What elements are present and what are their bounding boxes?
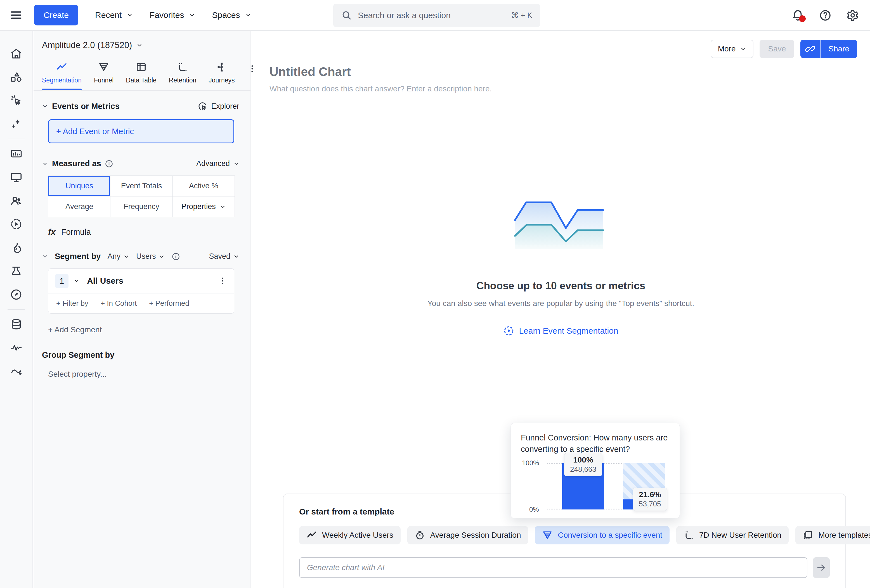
segment-index-badge[interactable]: 1 <box>55 274 69 288</box>
in-cohort-button[interactable]: + In Cohort <box>101 299 137 308</box>
chevron-down-icon <box>233 253 239 260</box>
ai-submit-arrow-button[interactable] <box>813 557 830 578</box>
session-replay-icon[interactable] <box>4 212 28 236</box>
rail-divider <box>7 309 25 310</box>
empty-state-subtext: You can also see what events are popular… <box>379 299 742 308</box>
template-conversion-to-specific-event[interactable]: Conversion to a specific event <box>535 526 670 545</box>
template-preview-tooltip: Funnel Conversion: How many users are co… <box>511 423 680 518</box>
empty-state: Choose up to 10 events or metrics You ca… <box>379 198 742 338</box>
measured-as-options: Uniques Event Totals Active % Average Fr… <box>48 176 235 217</box>
option-active-percent[interactable]: Active % <box>173 176 235 196</box>
chevron-down-icon <box>220 204 226 210</box>
info-icon[interactable] <box>171 252 180 261</box>
group-segment-property-selector[interactable]: Select property... <box>48 370 250 379</box>
template-weekly-active-users[interactable]: Weekly Active Users <box>299 526 401 545</box>
option-event-totals[interactable]: Event Totals <box>110 176 172 196</box>
segment-name[interactable]: All Users <box>87 276 123 286</box>
notifications-bell-icon[interactable] <box>791 8 805 22</box>
chevron-down-icon <box>233 161 239 167</box>
share-button[interactable]: Share <box>821 40 857 58</box>
menu-favorites[interactable]: Favorites <box>150 10 195 20</box>
left-icon-rail <box>0 31 33 588</box>
formula-button[interactable]: fx Formula <box>48 227 250 237</box>
collapse-chevron-icon[interactable] <box>42 253 48 260</box>
arrow-right-icon <box>816 562 827 573</box>
chevron-down-icon <box>123 253 130 260</box>
search-input[interactable] <box>358 10 505 20</box>
explorer-cursor-icon <box>197 101 208 112</box>
measured-as-title: Measured as <box>52 159 101 168</box>
learn-event-segmentation-link[interactable]: Learn Event Segmentation <box>503 325 618 336</box>
monitor-icon[interactable] <box>4 165 28 189</box>
stopwatch-icon <box>414 530 425 540</box>
add-segment-button[interactable]: + Add Segment <box>48 325 250 334</box>
chevron-down-icon <box>740 46 746 52</box>
filter-by-button[interactable]: + Filter by <box>56 299 88 308</box>
more-chart-types-kebab-icon[interactable] <box>247 61 257 74</box>
search-icon <box>341 10 352 21</box>
objects-shapes-icon[interactable] <box>4 65 28 89</box>
preview-chart-title: Funnel Conversion: How many users are co… <box>521 432 670 455</box>
events-click-icon[interactable] <box>4 89 28 112</box>
experiments-icon[interactable] <box>4 259 28 283</box>
chart-title[interactable]: Untitled Chart <box>270 65 870 79</box>
chart-description-placeholder[interactable]: What question does this chart answer? En… <box>270 84 870 93</box>
option-uniques[interactable]: Uniques <box>48 176 110 196</box>
link-icon <box>805 43 815 54</box>
generate-chart-ai-input[interactable] <box>299 557 807 578</box>
save-button[interactable]: Save <box>760 40 794 58</box>
home-icon[interactable] <box>4 42 28 65</box>
dashboards-icon[interactable] <box>4 142 28 165</box>
retention-icon <box>177 61 188 73</box>
explorer-button[interactable]: Explorer <box>197 101 239 112</box>
panel-divider <box>34 90 250 91</box>
entity-type-dropdown[interactable]: Users <box>136 252 165 261</box>
area-chart-illustration <box>514 198 607 249</box>
performed-button[interactable]: + Performed <box>149 299 189 308</box>
menu-spaces[interactable]: Spaces <box>212 10 251 20</box>
y-tick-0: 0% <box>529 506 539 514</box>
tab-funnel[interactable]: Funnel <box>94 61 113 90</box>
info-icon[interactable] <box>104 159 113 168</box>
chevron-down-icon[interactable] <box>73 278 80 284</box>
activity-pulse-icon[interactable] <box>4 336 28 359</box>
template-average-session-duration[interactable]: Average Session Duration <box>407 526 528 545</box>
global-search[interactable]: ⌘ + K <box>333 4 540 27</box>
collapse-chevron-icon[interactable] <box>42 103 48 109</box>
tab-data-table[interactable]: Data Table <box>126 61 156 90</box>
hamburger-menu-icon[interactable] <box>9 8 23 22</box>
data-database-icon[interactable] <box>4 313 28 336</box>
ai-sparkles-icon[interactable] <box>4 112 28 136</box>
saved-segments-dropdown[interactable]: Saved <box>209 252 239 261</box>
tab-journeys[interactable]: Journeys <box>209 61 235 90</box>
match-type-dropdown[interactable]: Any <box>107 252 130 261</box>
advanced-dropdown[interactable]: Advanced <box>196 159 239 168</box>
option-frequency[interactable]: Frequency <box>110 196 172 217</box>
segment-card: 1 All Users + Filter by + In Cohort + Pe… <box>48 268 234 314</box>
pipelines-icon[interactable] <box>4 359 28 383</box>
help-icon[interactable] <box>818 8 833 22</box>
tab-segmentation[interactable]: Segmentation <box>42 61 82 90</box>
segment-options-kebab-icon[interactable] <box>218 276 227 286</box>
settings-gear-icon[interactable] <box>845 8 860 22</box>
web-compass-icon[interactable] <box>4 283 28 306</box>
table-icon <box>136 61 147 73</box>
template-7d-new-user-retention[interactable]: 7D New User Retention <box>676 526 789 545</box>
add-event-or-metric-button[interactable]: + Add Event or Metric <box>48 119 234 143</box>
copy-link-button[interactable] <box>800 40 821 58</box>
segment-by-title: Segment by <box>55 252 101 261</box>
users-icon[interactable] <box>4 189 28 212</box>
option-average[interactable]: Average <box>48 196 110 217</box>
funnel-preview-chart: 100% 0% 100% 248,663 21.6% 53,705 <box>554 463 664 509</box>
menu-recent[interactable]: Recent <box>95 10 133 20</box>
create-button[interactable]: Create <box>34 5 78 25</box>
collapse-chevron-icon[interactable] <box>42 161 48 167</box>
more-button[interactable]: More <box>711 40 754 58</box>
formula-fx-icon: fx <box>48 227 56 237</box>
option-properties[interactable]: Properties <box>173 196 235 217</box>
template-more-templates[interactable]: More templates <box>796 526 870 545</box>
heatmap-icon[interactable] <box>4 236 28 259</box>
tab-retention[interactable]: Retention <box>169 61 196 90</box>
funnel-icon <box>98 61 109 73</box>
project-selector[interactable]: Amplitude 2.0 (187520) <box>34 40 250 50</box>
